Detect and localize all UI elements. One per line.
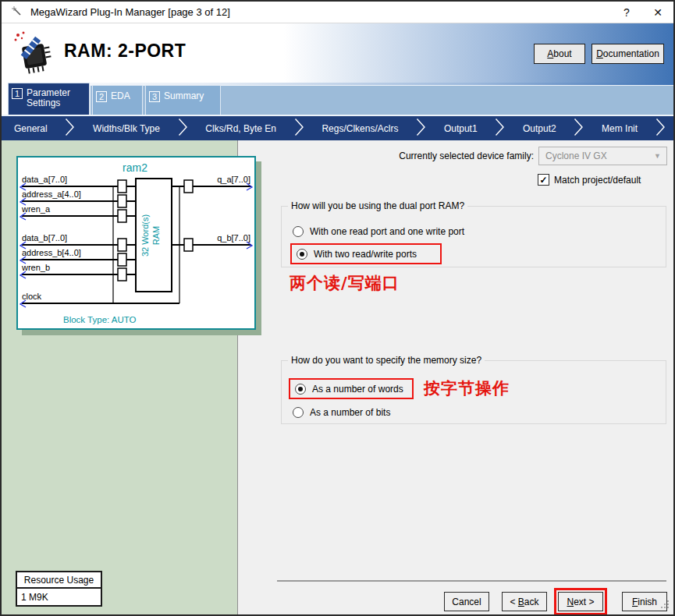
device-family-select[interactable]: Cyclone IV GX ▼ xyxy=(538,147,667,165)
radio-number-of-words[interactable]: As a number of words xyxy=(295,384,403,395)
documentation-button[interactable]: Documentation xyxy=(592,44,664,64)
step-general[interactable]: General xyxy=(14,123,48,134)
annotation-by-words-chinese: 按字节操作 xyxy=(424,377,510,399)
radio-one-read-one-write[interactable]: With one read port and one write port xyxy=(293,226,464,237)
port-label: data_b[7..0] xyxy=(22,233,67,243)
resource-usage-table: Resource Usage 1 M9K xyxy=(16,571,102,607)
step-widths-blk-type[interactable]: Widths/Blk Type xyxy=(93,123,160,134)
megafunction-chip-icon xyxy=(12,30,56,79)
next-button[interactable]: Next > xyxy=(558,592,603,611)
wizard-header: RAM: 2-PORT About Documentation xyxy=(2,23,673,83)
megawizard-window: MegaWizard Plug-In Manager [page 3 of 12… xyxy=(0,0,675,616)
dual-port-usage-title: How will you be using the dual port RAM? xyxy=(288,200,467,211)
port-label: address_b[4..0] xyxy=(22,248,81,257)
tab-bar: 1 Parameter Settings 2 EDA 3 Summary xyxy=(2,83,673,115)
port-label: q_a[7..0] xyxy=(217,175,250,184)
step-output1[interactable]: Output1 xyxy=(444,123,478,134)
chevron-right-icon xyxy=(65,118,75,139)
tab-number-badge: 3 xyxy=(149,91,160,102)
button-separator xyxy=(277,580,666,582)
dropdown-arrow-icon: ▼ xyxy=(654,152,661,160)
step-clks-rd-byte-en[interactable]: Clks/Rd, Byte En xyxy=(205,123,276,134)
step-regs-clkens-aclrs[interactable]: Regs/Clkens/Aclrs xyxy=(322,123,398,134)
device-family-value: Cyclone IV GX xyxy=(545,150,607,161)
window-title: MegaWizard Plug-In Manager [page 3 of 12… xyxy=(30,6,230,18)
diagram-depth-label: 32 Word(s) xyxy=(140,214,150,257)
step-mem-init[interactable]: Mem Init xyxy=(602,123,638,134)
tab-parameter-settings[interactable]: 1 Parameter Settings xyxy=(8,83,90,115)
check-icon: ✓ xyxy=(539,175,547,186)
annotation-box-number-of-words: As a number of words xyxy=(289,378,414,399)
step-output2[interactable]: Output2 xyxy=(523,123,556,134)
tab-eda[interactable]: 2 EDA xyxy=(92,85,143,115)
port-label: wren_b xyxy=(21,263,50,272)
port-label: wren_a xyxy=(21,204,51,214)
memory-size-title: How do you want to specify the memory si… xyxy=(288,355,485,366)
about-button[interactable]: About xyxy=(534,44,585,64)
radio-two-read-write-ports[interactable]: With two read/write ports xyxy=(297,249,417,260)
wizard-step-bar: General Widths/Blk Type Clks/Rd, Byte En… xyxy=(2,115,673,140)
title-bar: MegaWizard Plug-In Manager [page 3 of 12… xyxy=(2,2,673,23)
back-button[interactable]: < Back xyxy=(502,592,547,611)
port-label: address_a[4..0] xyxy=(22,189,81,199)
chevron-right-icon xyxy=(294,118,304,139)
dual-port-usage-group: How will you be using the dual port RAM?… xyxy=(281,206,666,267)
diagram-module-name: ram2 xyxy=(123,161,147,174)
annotation-two-ports-chinese: 两个读/写端口 xyxy=(290,272,400,294)
radio-icon[interactable] xyxy=(293,407,304,418)
port-label: q_b[7..0] xyxy=(217,233,250,243)
device-family-label: Currently selected device family: xyxy=(329,150,534,161)
help-icon[interactable]: ? xyxy=(611,2,642,23)
match-project-default-row[interactable]: ✓ Match project/default xyxy=(538,174,641,186)
wizard-wand-icon xyxy=(11,5,23,19)
chevron-right-icon xyxy=(495,118,505,139)
ram-block-diagram: ram2 xyxy=(16,156,256,330)
diagram-ram-label: RAM xyxy=(151,226,161,245)
radio-selected-icon[interactable] xyxy=(297,249,307,260)
tab-number-badge: 2 xyxy=(96,91,107,102)
port-label: clock xyxy=(22,292,42,301)
radio-icon[interactable] xyxy=(293,226,304,237)
radio-number-of-bits[interactable]: As a number of bits xyxy=(293,407,390,418)
radio-selected-icon[interactable] xyxy=(295,384,306,395)
match-project-label: Match project/default xyxy=(554,175,641,186)
close-icon[interactable]: ✕ xyxy=(642,2,673,23)
resize-grip[interactable] xyxy=(659,599,670,611)
chevron-right-icon xyxy=(655,118,666,139)
chevron-right-icon xyxy=(574,118,584,139)
match-project-checkbox[interactable]: ✓ xyxy=(538,174,549,186)
resource-usage-header: Resource Usage xyxy=(17,572,101,589)
page-title: RAM: 2-PORT xyxy=(64,41,186,62)
annotation-box-two-read-write: With two read/write ports xyxy=(290,243,442,264)
cancel-button[interactable]: Cancel xyxy=(444,592,489,611)
block-type-label: Block Type: AUTO xyxy=(63,315,137,324)
resource-usage-value: 1 M9K xyxy=(17,589,101,605)
chevron-right-icon xyxy=(416,118,426,139)
annotation-box-next: Next > xyxy=(554,588,607,615)
tab-number-badge: 1 xyxy=(12,88,23,99)
tab-summary[interactable]: 3 Summary xyxy=(145,85,221,115)
chevron-right-icon xyxy=(178,118,188,139)
port-label: data_a[7..0] xyxy=(22,175,67,184)
